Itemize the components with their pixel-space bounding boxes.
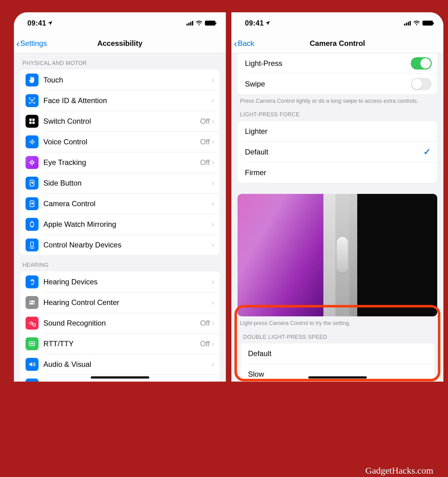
switch-swipe[interactable]: [411, 78, 432, 90]
list-row[interactable]: Face ID & Attention›: [20, 90, 220, 111]
list-row[interactable]: Firmer: [238, 162, 437, 183]
row-label: Light-Press: [245, 59, 411, 68]
svg-rect-4: [29, 122, 32, 124]
chevron-right-icon: ›: [212, 298, 214, 307]
list-row[interactable]: Hearing Devices›: [20, 271, 220, 292]
list-row[interactable]: Sound RecognitionOff›: [20, 313, 220, 333]
svg-rect-17: [29, 303, 34, 304]
row-value: Off: [200, 117, 210, 126]
voice-icon: [26, 135, 38, 148]
list-row[interactable]: Apple Watch Mirroring›: [20, 214, 220, 234]
phone-camera-control: 09:41 ‹ Back Camera Control: [231, 12, 443, 382]
list-row[interactable]: Eye TrackingOff›: [20, 152, 220, 173]
back-label: Settings: [20, 39, 47, 48]
page-title: Camera Control: [231, 39, 443, 48]
hearcc-icon: [26, 296, 38, 309]
audiovis-icon: [26, 358, 38, 371]
status-time: 09:41: [27, 19, 53, 27]
row-label: Subtitles & Captioning: [43, 381, 212, 382]
battery-icon: [422, 21, 433, 26]
svg-rect-14: [30, 222, 34, 226]
list-row[interactable]: Side Button›: [20, 173, 220, 193]
list-row[interactable]: Camera Control›: [20, 193, 220, 214]
hand-icon: [26, 74, 38, 86]
ear-icon: [26, 275, 38, 288]
chevron-right-icon: ›: [212, 381, 214, 382]
annotation-callout: [234, 305, 440, 381]
wifi-icon: [413, 20, 420, 26]
battery-icon: [205, 21, 215, 26]
row-label: Voice Control: [43, 138, 200, 146]
list-row[interactable]: Touch›: [20, 70, 220, 90]
row-value: Off: [200, 339, 210, 348]
back-button[interactable]: ‹ Settings: [14, 38, 47, 49]
grid-icon: [26, 115, 38, 128]
camera-control-preview[interactable]: [238, 194, 437, 316]
location-icon: [47, 20, 53, 26]
chevron-left-icon: ‹: [16, 38, 20, 49]
home-indicator[interactable]: [308, 376, 367, 379]
svg-rect-6: [30, 141, 30, 143]
row-label: Apple Watch Mirroring: [43, 220, 212, 229]
svg-rect-8: [32, 139, 33, 144]
list-row[interactable]: Audio & Visual›: [20, 354, 220, 375]
gestures-footer: Press Camera Control lightly or do a lon…: [231, 94, 443, 105]
chevron-right-icon: ›: [212, 158, 214, 167]
list-row[interactable]: Switch ControlOff›: [20, 111, 220, 131]
chevron-right-icon: ›: [212, 360, 214, 369]
chevron-right-icon: ›: [212, 199, 214, 208]
row-label: Control Nearby Devices: [43, 241, 212, 249]
row-label: Camera Control: [43, 199, 212, 208]
svg-point-19: [33, 303, 34, 304]
row-label: Audio & Visual: [43, 360, 212, 369]
svg-rect-7: [31, 140, 32, 144]
row-light-press[interactable]: Light-Press: [238, 53, 437, 74]
switch-light-press[interactable]: [411, 57, 432, 70]
list-row[interactable]: Voice ControlOff›: [20, 131, 220, 152]
row-label: RTT/TTY: [43, 339, 200, 348]
row-label: Eye Tracking: [43, 158, 200, 167]
chevron-right-icon: ›: [212, 138, 214, 146]
row-label: Hearing Devices: [43, 278, 212, 286]
list-row[interactable]: Lighter: [238, 121, 437, 142]
svg-rect-21: [31, 321, 31, 325]
chevron-right-icon: ›: [212, 339, 214, 348]
phone-accessibility: 09:41 ‹ Settings Accessibility PHYSICAL …: [14, 12, 226, 382]
location-icon: [265, 20, 270, 26]
svg-point-23: [33, 323, 35, 326]
chevron-right-icon: ›: [212, 278, 214, 286]
camctrl-icon: [26, 197, 38, 210]
row-label: Lighter: [245, 127, 432, 136]
svg-rect-15: [31, 242, 34, 247]
svg-point-27: [33, 343, 33, 344]
section-header-physical: PHYSICAL AND MOTOR: [14, 53, 226, 70]
row-value: Off: [200, 158, 210, 167]
svg-rect-2: [29, 118, 32, 121]
status-bar: 09:41: [14, 12, 226, 34]
section-header-hearing: HEARING: [14, 255, 226, 271]
checkmark-icon: ✓: [423, 147, 430, 157]
list-row[interactable]: Default✓: [238, 142, 437, 162]
row-value: Off: [200, 319, 210, 327]
back-label: Back: [238, 39, 254, 48]
sidebtn-icon: [26, 177, 38, 190]
subs-icon: [26, 379, 38, 382]
home-indicator[interactable]: [91, 376, 149, 379]
list-row[interactable]: Hearing Control Center›: [20, 292, 220, 313]
group-force: LighterDefault✓Firmer: [238, 121, 437, 183]
svg-point-25: [31, 343, 31, 344]
row-label: Hearing Control Center: [43, 298, 212, 307]
row-value: Off: [200, 138, 210, 146]
list-row[interactable]: Control Nearby Devices›: [20, 234, 220, 255]
soundrec-icon: [26, 317, 38, 330]
eye-icon: [26, 156, 38, 169]
back-button[interactable]: ‹ Back: [231, 38, 254, 49]
list-row[interactable]: RTT/TTYOff›: [20, 333, 220, 354]
svg-rect-3: [32, 118, 35, 121]
chevron-right-icon: ›: [212, 220, 214, 229]
svg-rect-16: [29, 300, 34, 302]
row-label: Default: [245, 148, 423, 156]
row-label: Switch Control: [43, 117, 200, 126]
group-gestures: Light-Press Swipe: [238, 53, 437, 94]
row-swipe[interactable]: Swipe: [238, 74, 437, 94]
